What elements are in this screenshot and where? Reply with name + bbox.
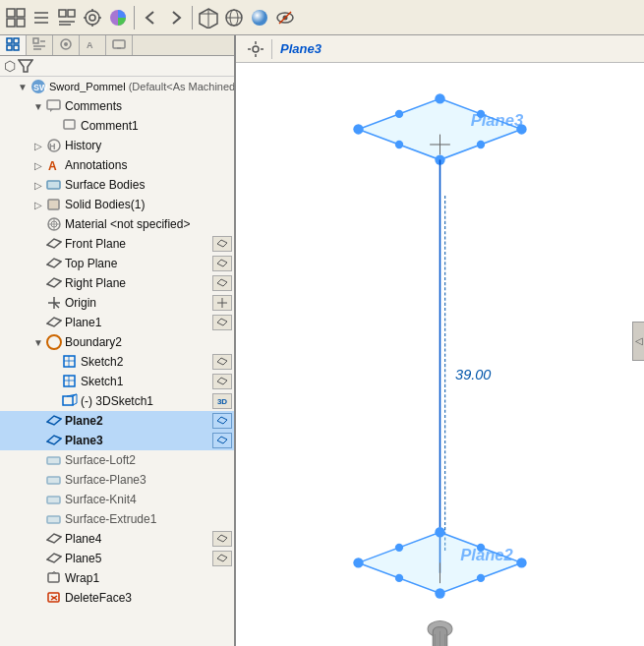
expand-front-plane: ▷ (31, 239, 45, 250)
right-plane-action[interactable] (212, 275, 232, 291)
3dsketch1-action[interactable]: 3D (212, 393, 232, 409)
expand-solid-bodies[interactable]: ▷ (31, 200, 45, 210)
tree-item-right-plane[interactable]: ▷ Right Plane (0, 273, 234, 293)
tree-item-sketch2[interactable]: ▷ Sketch2 (0, 352, 234, 372)
expand-origin: ▷ (31, 298, 45, 309)
expand-surface-extrude1: ▷ (31, 514, 45, 525)
main-area: A ⬡ ▼ SW Sword_Pommel (Default<As Machin… (0, 35, 644, 646)
icon-feature-tree[interactable] (4, 6, 28, 29)
tree-item-plane5[interactable]: ▷ Plane5 (0, 549, 234, 568)
icon-color-sphere[interactable] (248, 6, 271, 29)
tree-item-surface-loft2[interactable]: ▷ Surface-Loft2 (0, 450, 234, 470)
tree-item-comment1[interactable]: ▷ Comment1 (0, 116, 234, 136)
front-plane-icon (45, 235, 63, 253)
origin-action[interactable] (212, 295, 232, 311)
viewport-plane-label: Plane3 (280, 41, 322, 56)
root-label: Sword_Pommel (Default<As Machined> (49, 81, 234, 92)
origin-label: Origin (65, 296, 212, 310)
svg-rect-30 (7, 45, 12, 50)
tab-property-manager[interactable] (27, 35, 53, 55)
tree-item-surface-bodies[interactable]: ▷ Surface Bodies (0, 175, 234, 195)
tab-feature-manager[interactable] (0, 35, 27, 55)
svg-point-102 (435, 93, 444, 103)
expand-surface-knit4: ▷ (31, 495, 45, 505)
icon-sphere[interactable] (222, 6, 246, 29)
tree-item-plane4[interactable]: ▷ Plane4 (0, 529, 234, 549)
plane4-action[interactable] (212, 531, 232, 547)
collapse-handle[interactable]: ◁ (632, 322, 644, 361)
tree-item-3dsketch1[interactable]: ▷ (-) 3DSketch1 3D (0, 391, 234, 411)
icon-list[interactable] (29, 6, 53, 29)
expand-comments[interactable]: ▼ (31, 101, 45, 112)
tree-item-surface-plane3[interactable]: ▷ Surface-Plane3 (0, 470, 234, 490)
svg-rect-7 (59, 10, 66, 17)
expand-history[interactable]: ▷ (31, 141, 45, 151)
tab-dimxpert[interactable]: A (80, 35, 106, 55)
icon-property[interactable] (55, 6, 79, 29)
tree-item-material[interactable]: ▷ Material <not specified> (0, 214, 234, 234)
tree-item-history[interactable]: ▷ H History (0, 136, 234, 155)
svg-marker-94 (217, 555, 227, 561)
icon-forward[interactable] (164, 6, 188, 29)
expand-plane1: ▷ (31, 318, 45, 328)
dimension-label: 39.00 (455, 367, 491, 382)
tab-display-manager[interactable] (106, 35, 133, 55)
tree-item-solid-bodies[interactable]: ▷ Solid Bodies(1) (0, 195, 234, 214)
tree-item-deleteface3[interactable]: ▷ DeleteFace3 (0, 588, 234, 608)
tree-item-surface-extrude1[interactable]: ▷ Surface-Extrude1 (0, 509, 234, 529)
tree-item-surface-knit4[interactable]: ▷ Surface-Knit4 (0, 490, 234, 509)
tree-item-annotations[interactable]: ▷ A Annotations (0, 155, 234, 175)
surface-extrude1-icon (45, 510, 63, 528)
plane2-icon (45, 412, 63, 430)
deleteface3-icon (45, 589, 63, 607)
tree-item-front-plane[interactable]: ▷ Front Plane (0, 234, 234, 254)
tree-item-sketch1[interactable]: ▷ Sketch1 (0, 372, 234, 391)
tree-item-top-plane[interactable]: ▷ Top Plane (0, 254, 234, 273)
plane5-action[interactable] (212, 551, 232, 566)
svg-rect-8 (68, 10, 75, 17)
plane1-action[interactable] (212, 315, 232, 330)
top-plane-label: Top Plane (65, 257, 212, 270)
icon-eye[interactable] (273, 6, 297, 29)
plane3-action[interactable] (212, 433, 232, 448)
sketch2-action[interactable] (212, 354, 232, 370)
tree-item-origin[interactable]: ▷ Origin (0, 293, 234, 313)
filter-icon: ⬡ (4, 58, 16, 74)
svg-point-24 (252, 10, 267, 26)
tree-item-root[interactable]: ▼ SW Sword_Pommel (Default<As Machined> (0, 77, 234, 96)
pan-icon[interactable] (244, 37, 267, 61)
icon-back[interactable] (139, 6, 162, 29)
svg-rect-70 (64, 356, 75, 367)
svg-rect-28 (7, 38, 12, 43)
svg-rect-32 (33, 38, 38, 43)
surface-loft2-icon (45, 451, 63, 469)
tree-item-comments[interactable]: ▼ Comments (0, 96, 234, 116)
front-plane-action[interactable] (212, 236, 232, 252)
icon-pie[interactable] (106, 6, 130, 29)
tree-item-boundary2[interactable]: ▼ Boundary2 (0, 332, 234, 352)
plane2-action[interactable] (212, 413, 232, 429)
expand-surface-bodies[interactable]: ▷ (31, 180, 45, 191)
svg-point-99 (253, 46, 259, 52)
sketch1-action[interactable] (212, 374, 232, 389)
boundary2-label: Boundary2 (65, 335, 234, 349)
svg-rect-44 (47, 100, 60, 109)
tree-item-wrap1[interactable]: ▷ Wrap1 (0, 568, 234, 588)
icon-target[interactable] (81, 6, 104, 29)
expand-icon[interactable]: ▼ (16, 82, 29, 92)
tree-item-plane2[interactable]: ▷ Plane2 (0, 411, 234, 431)
feature-tree-content[interactable]: ▼ SW Sword_Pommel (Default<As Machined> … (0, 77, 234, 646)
icon-3d-box[interactable] (197, 6, 220, 29)
svg-point-121 (395, 574, 403, 582)
svg-point-115 (516, 558, 526, 567)
svg-rect-88 (47, 477, 60, 484)
svg-marker-93 (47, 554, 61, 562)
tree-item-plane1[interactable]: ▷ Plane1 (0, 313, 234, 332)
top-plane-action[interactable] (212, 256, 232, 271)
svg-rect-95 (48, 573, 59, 582)
expand-boundary2[interactable]: ▼ (31, 337, 45, 348)
tab-configuration-manager[interactable] (53, 35, 80, 55)
tree-item-plane3[interactable]: ▷ Plane3 (0, 431, 234, 450)
svg-text:H: H (49, 142, 56, 151)
expand-annotations[interactable]: ▷ (31, 160, 45, 171)
